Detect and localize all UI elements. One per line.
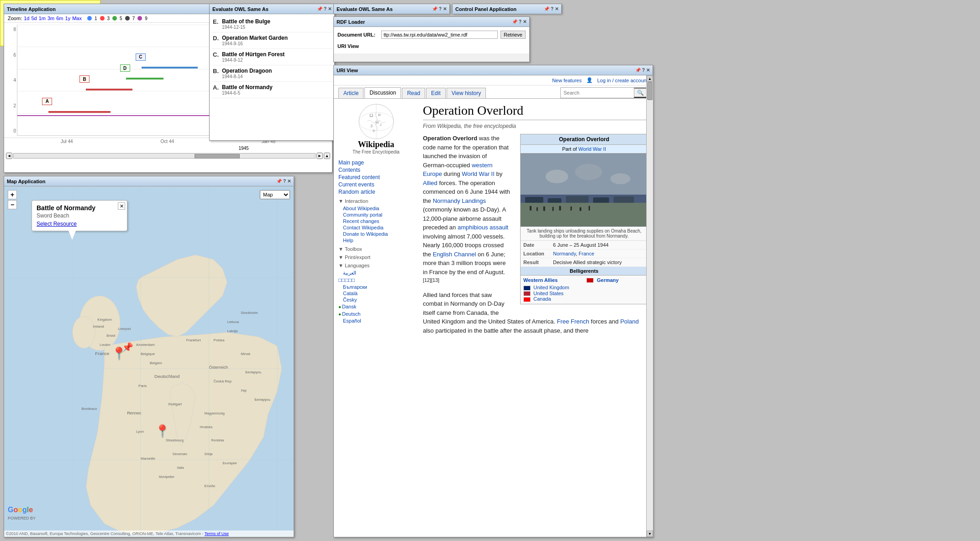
question-icon-uri[interactable]: ? — [642, 68, 645, 73]
zoom-1m[interactable]: 1m — [39, 16, 46, 21]
germany-link[interactable]: Germany — [597, 277, 619, 283]
event-item-d[interactable]: D. Operation Market Garden 1944-9-16 — [211, 32, 332, 49]
map-pin-sword-beach[interactable]: 📌 — [122, 342, 133, 353]
close-icon-2[interactable]: ✕ — [328, 6, 332, 11]
canada-link[interactable]: Canada — [533, 296, 551, 302]
pin-icon-map[interactable]: 📌 — [276, 179, 282, 184]
nav-random-article[interactable]: Random article — [338, 188, 414, 196]
question-icon-4[interactable]: ? — [551, 6, 553, 11]
pin-icon-5[interactable]: 📌 — [512, 19, 517, 24]
question-icon-3[interactable]: ? — [439, 6, 442, 11]
map-type-selector[interactable]: Map Satellite — [260, 190, 290, 199]
tab-read[interactable]: Read — [402, 88, 425, 98]
login-link[interactable]: Log in / create account — [597, 78, 648, 83]
event-item-a[interactable]: A. Battle of Normandy 1944-6-5 — [211, 82, 332, 98]
scrollbar-down-btn[interactable]: ▼ — [647, 530, 653, 537]
nav-lang-dansk-row[interactable]: ● Dansk — [338, 303, 414, 310]
rdf-url-input[interactable] — [381, 31, 498, 39]
nav-lang-dansk[interactable]: Dansk — [341, 303, 356, 310]
nav-languages-title[interactable]: ▼ Languages — [338, 263, 414, 268]
wiki-search-input[interactable] — [561, 89, 634, 96]
nav-lang-deutsch[interactable]: Deutsch — [341, 311, 360, 317]
nav-interaction-title[interactable]: ▼ Interaction — [338, 198, 414, 204]
wiki-search-btn[interactable]: 🔍 — [634, 88, 648, 98]
infobox-ww2-link[interactable]: World War II — [578, 146, 606, 152]
nav-donate[interactable]: Donate to Wikipedia — [338, 231, 414, 237]
zoom-3m[interactable]: 3m — [47, 16, 54, 21]
zoom-1y[interactable]: 1y — [65, 16, 71, 21]
nav-main-page[interactable]: Main page — [338, 159, 414, 166]
nav-recent-changes[interactable]: Recent changes — [338, 218, 414, 224]
nav-help[interactable]: Help — [338, 237, 414, 244]
event-item-e[interactable]: E. Battle of the Bulge 1944-12-15 — [211, 16, 332, 32]
question-icon-map[interactable]: ? — [283, 179, 286, 184]
popup-close-btn[interactable]: ✕ — [118, 202, 125, 210]
amphibious-link[interactable]: amphibious assault — [458, 224, 508, 231]
scroll-right-btn[interactable]: ► — [316, 153, 323, 159]
poland-link[interactable]: Poland — [620, 318, 638, 325]
marker-c[interactable]: C — [136, 53, 146, 61]
free-french-link[interactable]: Free French — [557, 318, 589, 325]
question-icon-2[interactable]: ? — [324, 6, 327, 11]
nav-lang-catalan[interactable]: Català — [338, 290, 414, 297]
new-features-link[interactable]: New features — [552, 78, 582, 83]
western-allies-label[interactable]: Western Allies — [523, 277, 582, 283]
nav-community-portal[interactable]: Community portal — [338, 212, 414, 218]
normandy-link[interactable]: Normandy — [553, 251, 576, 256]
tab-view-history[interactable]: View history — [447, 88, 486, 98]
uk-link[interactable]: United Kingdom — [533, 285, 569, 290]
nav-lang-espanol[interactable]: Español — [338, 318, 414, 324]
france-link[interactable]: France — [579, 251, 594, 256]
question-icon-5[interactable]: ? — [519, 19, 522, 24]
tab-edit[interactable]: Edit — [426, 88, 446, 98]
pin-icon-2[interactable]: 📌 — [317, 6, 322, 11]
scrollbar-thumb[interactable] — [195, 154, 240, 159]
nav-lang-bulgarian[interactable]: Български — [338, 284, 414, 290]
nav-current-events[interactable]: Current events — [338, 181, 414, 188]
popup-select-resource-link[interactable]: Select Resource — [37, 221, 77, 227]
marker-b[interactable]: B — [79, 75, 90, 83]
zoom-out-btn[interactable]: − — [8, 200, 17, 209]
pin-icon-3[interactable]: 📌 — [432, 6, 437, 11]
scrollbar-handle[interactable] — [647, 82, 653, 100]
zoom-in-btn[interactable]: + — [8, 190, 17, 199]
zoom-6m[interactable]: 6m — [56, 16, 63, 21]
pin-icon-uri[interactable]: 📌 — [635, 68, 641, 73]
allied-link[interactable]: Allied — [423, 180, 437, 186]
close-icon-4[interactable]: ✕ — [555, 6, 558, 11]
scrollbar-up-btn[interactable]: ▲ — [647, 75, 653, 82]
nav-contents[interactable]: Contents — [338, 166, 414, 174]
nav-lang-squares[interactable]: □□□□□ — [338, 276, 414, 284]
zoom-max[interactable]: Max — [72, 16, 82, 21]
tab-article[interactable]: Article — [338, 88, 364, 98]
english-channel-link[interactable]: English Channel — [433, 251, 476, 258]
nav-lang-deutsch-row[interactable]: ● Deutsch — [338, 310, 414, 318]
map-type-select[interactable]: Map Satellite — [260, 190, 290, 199]
scrollbar-track[interactable] — [13, 153, 316, 159]
close-icon-uri[interactable]: ✕ — [646, 68, 650, 73]
nav-print-export-title[interactable]: ▼ Print/export — [338, 255, 414, 260]
close-icon-map[interactable]: ✕ — [287, 179, 291, 184]
nav-contact-wikipedia[interactable]: Contact Wikipedia — [338, 224, 414, 231]
scroll-left-btn[interactable]: ◄ — [6, 153, 12, 159]
nav-about-wikipedia[interactable]: About Wikipedia — [338, 205, 414, 212]
nav-featured-content[interactable]: Featured content — [338, 174, 414, 181]
zoom-1d[interactable]: 1d — [24, 16, 29, 21]
tab-discussion[interactable]: Discussion — [364, 87, 401, 98]
ww2-link[interactable]: World War II — [462, 170, 495, 177]
event-item-c[interactable]: C. Battle of Hürtgen Forest 1944-9-12 — [211, 49, 332, 65]
map-terms-link[interactable]: Terms of Use — [205, 531, 229, 536]
marker-a[interactable]: A — [42, 98, 52, 105]
close-icon-3[interactable]: ✕ — [443, 6, 447, 11]
map-pin-south-france[interactable]: 📍 — [155, 424, 169, 438]
nav-toolbox-title[interactable]: ▼ Toolbox — [338, 246, 414, 252]
event-item-b[interactable]: B. Operation Dragoon 1944-8-14 — [211, 65, 332, 82]
rdf-retrieve-btn[interactable]: Retrieve — [501, 31, 526, 39]
scroll-up-btn[interactable]: ▲ — [324, 153, 330, 159]
close-icon-5[interactable]: ✕ — [523, 19, 527, 24]
nav-lang-arabic[interactable]: العربية — [338, 270, 414, 276]
zoom-5d[interactable]: 5d — [31, 16, 37, 21]
pin-icon-4[interactable]: 📌 — [544, 6, 549, 11]
nav-lang-czech[interactable]: Česky — [338, 297, 414, 303]
us-link[interactable]: United States — [533, 291, 564, 296]
